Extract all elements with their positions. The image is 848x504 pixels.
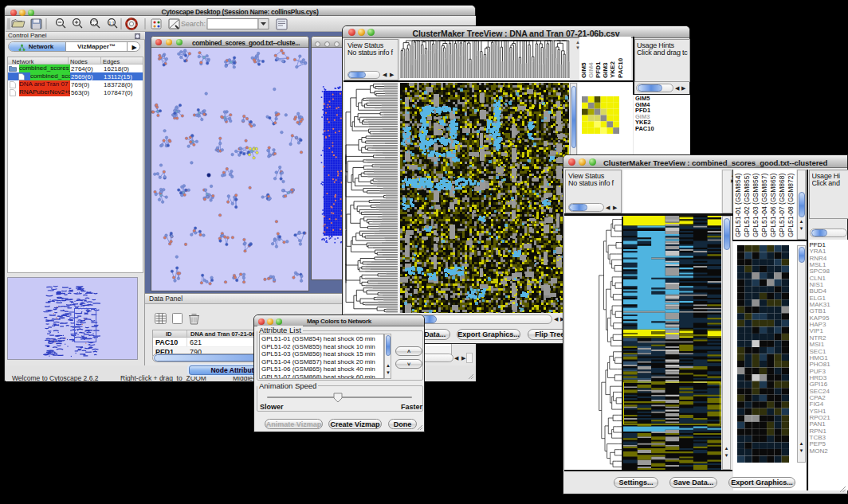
svg-text:GIM4: GIM4 (587, 62, 595, 78)
svg-text:GPL51-04 (GSM857): GPL51-04 (GSM857) (760, 174, 768, 237)
svg-text:GPL51-02 (GSM855): GPL51-02 (GSM855) (743, 174, 751, 237)
svg-text:GIM5: GIM5 (580, 62, 587, 78)
svg-text:GPL51-07 (GSM868): GPL51-07 (GSM868) (778, 174, 786, 237)
svg-text:Search:: Search: (181, 20, 206, 28)
svg-text:GPL51-01 (GSM854): GPL51-01 (GSM854) (734, 174, 742, 237)
svg-text:1:1: 1:1 (109, 21, 115, 25)
svg-text:PAC10: PAC10 (617, 57, 624, 78)
svg-text:GIM3: GIM3 (602, 62, 609, 78)
svg-text:YKE2: YKE2 (609, 61, 616, 78)
svg-text:GPL51-03 (GSM856): GPL51-03 (GSM856) (752, 174, 760, 237)
svg-text:GPL51-06 (GSM865): GPL51-06 (GSM865) (769, 174, 777, 237)
svg-text:GPL51-08 (GSM872): GPL51-08 (GSM872) (787, 174, 795, 237)
svg-text:PFD1: PFD1 (595, 61, 602, 78)
